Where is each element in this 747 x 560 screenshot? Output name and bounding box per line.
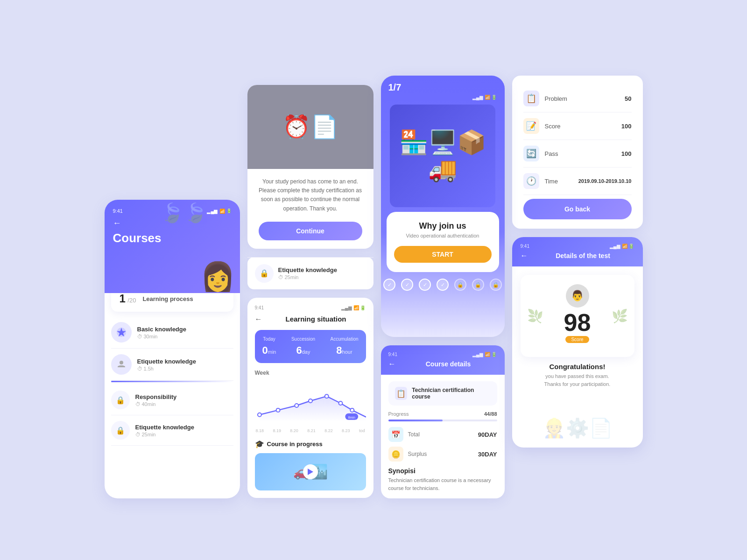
course-time-4: ⏱ 25min [135,432,233,437]
right-column: 📋 Problem 50 📝 Score 100 🔄 Pass 100 🕐 Ti… [512,76,643,448]
learning-situation-panel: 9:41 ▂▄▆ 📶 🔋 ← Learning situation Today … [247,298,374,498]
lock-icon-1: 🔒 [111,391,130,409]
progress-count: 44/88 [484,411,497,417]
progress-row: Progress 44/88 [388,411,497,417]
test-details-body: 👨 🌿 🌿 98 Score Congratulations! you have… [512,266,643,448]
test-details-panel: 9:41 ▂▄▆ 📶 🔋 ← Details of the test 👨 🌿 🌿… [512,237,643,448]
course-in-progress-section: 🎓 Course in progress 🚗🏙️ [255,440,366,490]
synopsi-section: Synopisi Technician certification course… [388,467,497,492]
battery-icon: 🔋 [226,209,232,213]
svg-point-8 [350,408,354,412]
succession-label: Succession [291,336,315,342]
congratulations-subtext: you have passed this exam.Thanks for you… [521,372,634,388]
svg-point-2 [257,413,261,417]
today-unit: min [268,349,276,355]
time-display: 9:41 [113,208,123,214]
progress-total: /20 [127,297,136,304]
progress-underline [111,381,233,382]
course-details-title: Course details [400,360,497,368]
surplus-value: 30DAY [478,451,497,458]
course-name-4: Etiquette knowledge [135,424,233,431]
stat-summary-panel: 📋 Problem 50 📝 Score 100 🔄 Pass 100 🕐 Ti… [512,76,643,229]
progress-fill [388,420,443,421]
stat-problem: 📋 Problem 50 [523,85,632,112]
accumulation-unit: hour [342,349,352,355]
course-time-3: ⏱ 40min [135,401,233,407]
clock-document-icon: ⏰📄 [282,114,338,140]
course-thumbnail[interactable]: 🚗🏙️ [255,453,366,490]
modal-content: Your study period has come to an end. Pl… [247,169,374,249]
course-details-header: 9:41 ▂▄▆ 📶 🔋 ← Course details [381,345,505,375]
locked-course-name: Etiquette knowledge [278,266,366,273]
score-number: 98 [530,310,625,335]
progress-indicators: ✓ ✓ ✓ ✓ 🔒 🔒 🔒 [381,279,505,291]
surplus-icon: 🪙 [388,447,403,462]
progress-label: Learning process [142,295,193,302]
signal-5: ▂▄▆ 📶 🔋 [472,352,497,357]
dot-4: ✓ [437,279,449,291]
modal-graphic-area: ⏰📄 [247,85,374,169]
worker-illustration: 👷⚙️📄 [521,392,634,439]
dot-6: 🔒 [472,279,484,291]
go-back-button[interactable]: Go back [523,199,632,219]
succession-value: 6 [296,344,302,356]
list-item: 🔒 Etiquette knowledge ⏱ 25min [111,415,233,446]
svg-point-3 [276,408,280,412]
time-display-5: 9:41 [388,352,397,357]
progress-current: 1 [120,292,126,305]
continue-button[interactable]: Continue [259,222,362,240]
dot-1: ✓ [383,279,395,291]
back-arrow-5[interactable]: ← [388,360,396,368]
total-label: Total [408,431,420,438]
course-detail-name: Technician certification course [412,387,490,400]
signal-icon: ▂▄▆ [207,209,218,214]
week-label: Week [255,370,366,376]
stat-time: 🕐 Time 2019.09.10-2019.10.10 [523,168,632,195]
why-join-title: Why join us [394,221,492,231]
succession-unit: day [302,349,310,355]
back-arrow-2[interactable]: ← [255,315,262,323]
dot-3: ✓ [419,279,431,291]
course-name-2: Etiquette knowledge [137,358,233,365]
problem-value: 50 [625,95,631,102]
today-value: 0 [262,344,268,356]
time-display-2: 9:41 [255,305,264,310]
laurel-left-icon: 🌿 [527,308,543,324]
pass-icon: 🔄 [523,146,539,161]
list-item: 🔒 Responsibility ⏱ 40min [111,385,233,415]
start-button[interactable]: START [394,246,492,263]
join-us-card: Why join us Video operational authentica… [387,212,499,272]
page-indicator: 1/7 [381,76,505,93]
chart-x-labels: 8.188.198.208.218.228.23tod [255,428,366,433]
score-label: Score [545,123,616,130]
play-button[interactable] [303,464,318,479]
panel2-wrap: ⏰📄 Your study period has come to an end.… [247,85,374,498]
shop-illustration: 🏪🖥️📦🚚 [390,129,495,183]
course-icon-1 [111,322,132,343]
time-value: 2019.09.10-2019.10.10 [578,178,632,184]
detail-stats: 📅 Total 90DAY 🪙 Surplus 30DAY [388,427,497,462]
course-card-icon: 📋 [395,387,408,400]
back-arrow-7[interactable]: ← [521,252,528,260]
pass-value: 100 [621,150,632,157]
synopsi-text: Technician certification course is a nec… [388,476,497,492]
progress-label-5: Progress [388,411,409,417]
line-chart: 8min [255,380,366,427]
list-item[interactable]: Etiquette knowledge ⏱ 1.5h [111,349,233,381]
course-time-1: ⏱ 30min [137,334,233,339]
total-value: 90DAY [478,431,497,438]
stat-total: 📅 Total 90DAY [388,427,497,442]
course-icon-2 [111,354,132,375]
accumulation-label: Accumulation [330,336,358,342]
list-item[interactable]: Basic knowledge ⏱ 30min [111,316,233,349]
lock-icon-3: 🔒 [255,264,274,283]
signal-icons: ▂▄▆ 📶 🔋 [341,305,366,310]
middle-right-column: 1/7 ▂▄▆ 📶 🔋 🏪🖥️📦🚚 Why join us Video oper… [381,76,505,498]
girl-illustration: 👩 [200,260,235,293]
time-display-7: 9:41 [521,244,529,249]
learning-stats-card: Today 0min Succession 6day Accumulation … [255,330,366,363]
study-period-text: Your study period has come to an end. Pl… [259,177,362,213]
score-badge: Score [565,336,589,343]
score-icon: 📝 [523,118,539,134]
course-name-1: Basic knowledge [137,326,233,333]
